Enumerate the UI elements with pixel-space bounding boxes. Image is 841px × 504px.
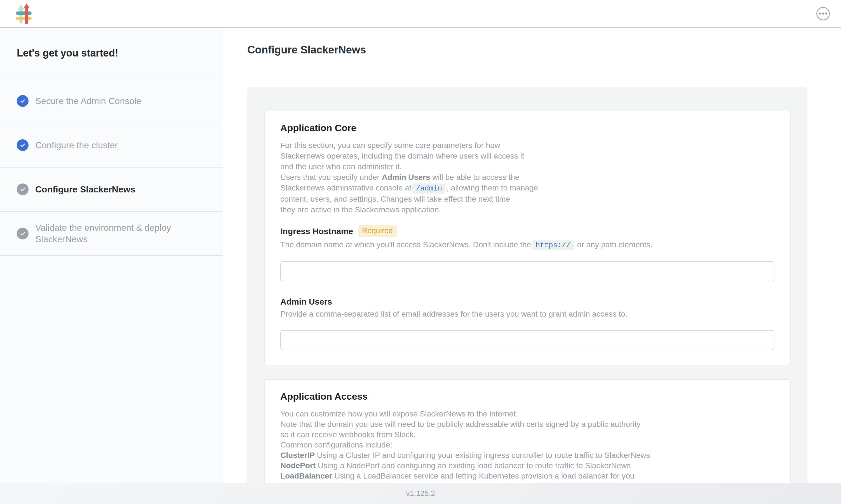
step-label: Validate the environment & deploy Slacke… <box>35 222 206 245</box>
required-badge: Required <box>358 225 397 237</box>
application-access-description: You can customize how you will expose Sl… <box>280 409 774 483</box>
application-core-card: Application Core For this section, you c… <box>264 111 791 365</box>
main-content: Configure SlackerNews Application Core F… <box>223 28 841 483</box>
top-header <box>0 0 841 28</box>
admin-users-help: Provide a comma-separated list of email … <box>280 309 774 319</box>
step-label: Secure the Admin Console <box>35 95 141 107</box>
sidebar-title: Let's get you started! <box>17 47 206 59</box>
step-check-icon <box>17 139 29 151</box>
step-check-icon <box>17 95 29 107</box>
ellipsis-icon <box>819 13 821 15</box>
sidebar-step[interactable]: Validate the environment & deploy Slacke… <box>0 211 223 255</box>
admin-users-field: Admin Users Provide a comma-separated li… <box>280 297 774 350</box>
page-title: Configure SlackerNews <box>247 44 824 56</box>
application-access-title: Application Access <box>280 391 774 402</box>
setup-steps-sidebar: Let's get you started! Secure the Admin … <box>0 28 223 483</box>
ingress-hostname-label: Ingress Hostname <box>280 227 353 236</box>
sidebar-step[interactable]: Configure the cluster <box>0 123 223 167</box>
sidebar-step[interactable]: Configure SlackerNews <box>0 167 223 211</box>
admin-users-input[interactable] <box>280 330 774 350</box>
version-label: v1.125.2 <box>406 489 435 498</box>
application-core-description: For this section, you can specify some c… <box>280 140 774 215</box>
ingress-hostname-field: Ingress Hostname Required The domain nam… <box>280 225 774 281</box>
application-access-card: Application Access You can customize how… <box>264 379 791 483</box>
overflow-menu-button[interactable] <box>817 7 830 20</box>
title-divider <box>247 69 824 69</box>
ingress-hostname-help: The domain name at which you'll access S… <box>280 239 774 251</box>
app-footer: v1.125.2 <box>0 483 841 504</box>
config-panel: Application Core For this section, you c… <box>247 87 807 483</box>
slackernews-logo-icon <box>16 3 32 24</box>
setup-wizard-app: Let's get you started! Secure the Admin … <box>0 0 841 504</box>
step-check-icon <box>17 183 29 195</box>
ingress-hostname-input[interactable] <box>280 261 774 281</box>
step-label: Configure SlackerNews <box>35 184 135 195</box>
step-check-icon <box>17 228 29 239</box>
sidebar-step[interactable]: Secure the Admin Console <box>0 78 223 123</box>
application-core-title: Application Core <box>280 123 774 133</box>
steps-list: Secure the Admin Console Configure the c… <box>0 78 223 256</box>
admin-users-label: Admin Users <box>280 297 332 307</box>
step-label: Configure the cluster <box>35 140 118 151</box>
